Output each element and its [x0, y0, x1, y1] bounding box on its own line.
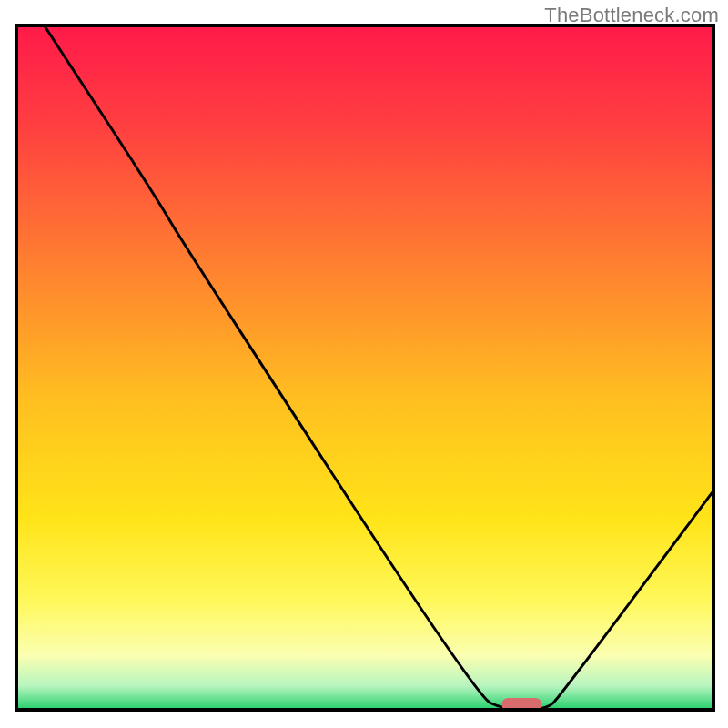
plot-area-background — [16, 25, 713, 710]
bottleneck-chart — [0, 0, 728, 728]
